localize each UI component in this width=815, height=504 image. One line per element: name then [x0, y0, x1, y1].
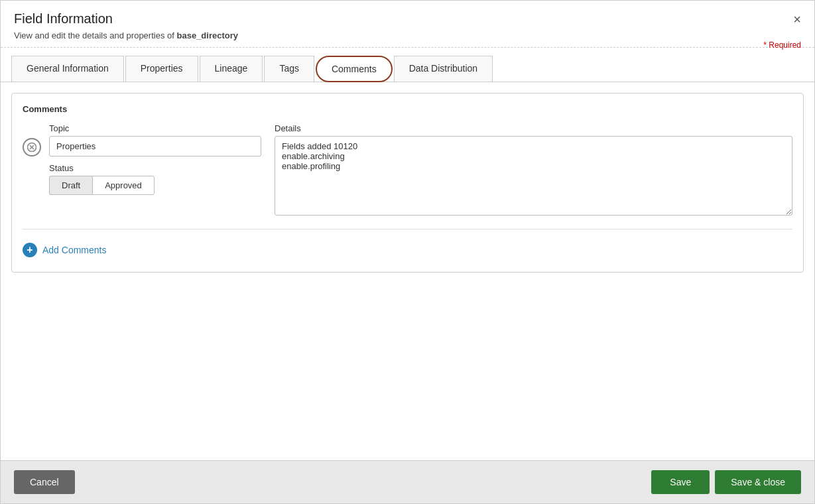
details-textarea[interactable]: Fields added 10120 enable.archiving enab…: [275, 136, 792, 216]
footer-right: Save Save & close: [651, 470, 801, 494]
tab-comments[interactable]: Comments: [316, 56, 393, 82]
tabs-bar: General Information Properties Lineage T…: [1, 48, 814, 82]
save-close-button[interactable]: Save & close: [715, 470, 801, 494]
comment-row: Topic Status Draft Approved: [23, 123, 792, 229]
footer: Cancel Save Save & close: [1, 460, 814, 503]
status-approved-button[interactable]: Approved: [92, 176, 155, 195]
dialog-title: Field Information: [14, 11, 113, 27]
add-comments-icon: +: [23, 243, 37, 257]
cancel-button[interactable]: Cancel: [14, 470, 75, 494]
add-comments-row[interactable]: + Add Comments: [23, 239, 792, 261]
status-buttons: Draft Approved: [49, 176, 261, 195]
x-icon: [27, 143, 36, 152]
tab-general-information[interactable]: General Information: [11, 56, 124, 82]
topic-input[interactable]: [49, 136, 261, 157]
tab-lineage[interactable]: Lineage: [200, 56, 263, 82]
comment-fields: Topic Status Draft Approved: [49, 123, 792, 216]
content-area: Comments Topic: [1, 82, 814, 460]
tab-data-distribution[interactable]: Data Distribution: [394, 56, 493, 82]
comment-left: Topic Status Draft Approved: [49, 123, 261, 216]
comments-section: Comments Topic: [11, 93, 804, 273]
dialog-subtitle: View and edit the details and properties…: [14, 31, 801, 40]
details-label: Details: [275, 123, 792, 133]
save-button[interactable]: Save: [651, 470, 710, 494]
close-icon[interactable]: ×: [793, 13, 801, 26]
required-note: * Required: [763, 40, 801, 50]
tab-properties[interactable]: Properties: [125, 56, 198, 82]
topic-label: Topic: [49, 123, 261, 133]
status-label: Status: [49, 163, 261, 173]
comment-right: Details Fields added 10120 enable.archiv…: [275, 123, 792, 216]
tab-tags[interactable]: Tags: [264, 56, 314, 82]
remove-comment-button[interactable]: [23, 138, 41, 157]
status-draft-button[interactable]: Draft: [49, 176, 92, 195]
status-field: Status Draft Approved: [49, 163, 261, 195]
add-comments-label[interactable]: Add Comments: [42, 245, 106, 255]
topic-field: Topic: [49, 123, 261, 157]
comments-section-label: Comments: [23, 104, 792, 114]
